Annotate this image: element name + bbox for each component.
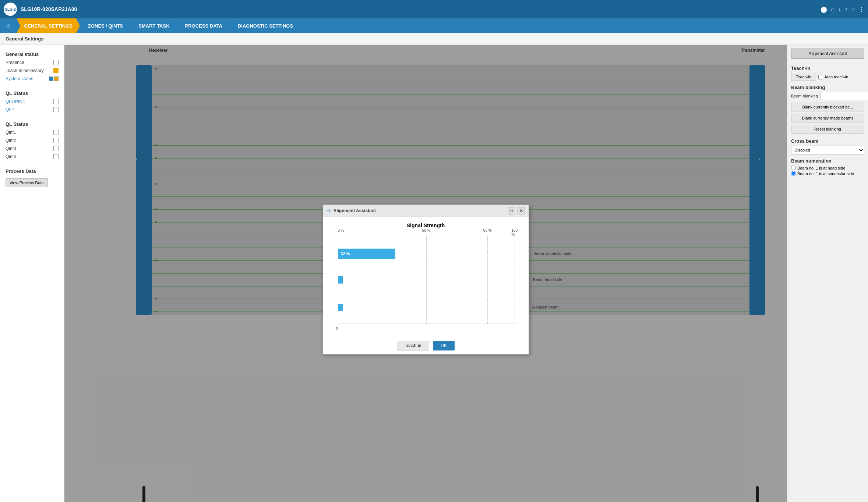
tab-process-data[interactable]: PROCESS DATA <box>178 18 230 33</box>
cross-beam-section-label: Cross beam <box>791 138 864 144</box>
radio-head-side: Beam no. 1 is at head side <box>791 165 864 170</box>
tab-zones-qints[interactable]: ZONES / QINTS <box>81 18 130 33</box>
head-bar <box>338 276 343 284</box>
beam-blanking-input[interactable] <box>820 92 868 100</box>
modal-footer: Teach-in OK <box>323 337 529 354</box>
beam-numeration-section-label: Beam numeration <box>791 158 864 164</box>
ql2-indicator <box>53 107 59 112</box>
user-icon[interactable]: ⬤ <box>821 6 827 13</box>
process-data-title: Process Data <box>0 165 64 175</box>
blank-made-button[interactable]: Blank currently made beams <box>791 114 864 122</box>
sidebar: General status Presence Teach-in necessa… <box>0 45 64 502</box>
general-status-title: General status <box>0 49 64 58</box>
viz-area: Receiver Transmitter 20◄19◄181716◄151413… <box>64 45 787 502</box>
divider-3 <box>0 163 64 163</box>
sidebar-ql1-pin4[interactable]: QL1/PIN4 <box>0 97 64 106</box>
status-ind-1 <box>49 76 53 81</box>
pct-100-label: 100 % <box>511 228 518 236</box>
teach-in-button[interactable]: Teach-in <box>791 73 816 81</box>
radio-connector-side: Beam no. 1 is at connector side <box>791 171 864 176</box>
presence-indicator <box>53 60 59 65</box>
chart-row-head: Beam head side <box>338 271 518 293</box>
beam-connector-radio[interactable] <box>791 171 796 176</box>
modal-ok-button[interactable]: OK <box>433 341 455 350</box>
sidebar-ql2[interactable]: QL2 <box>0 106 64 114</box>
home-icon2[interactable]: ⌂ <box>831 6 835 13</box>
teach-in-indicator <box>53 68 59 73</box>
cross-beam-select[interactable]: Disabled Enabled <box>791 146 864 154</box>
qint3-indicator <box>53 146 59 151</box>
page-title: General Settings <box>0 33 868 45</box>
ql1-indicator <box>53 99 59 104</box>
sidebar-qint3: Qint3 <box>0 145 64 153</box>
chart-row-connector: 32 % Beam connector side <box>338 243 518 265</box>
view-process-data-button[interactable]: View Process Data <box>6 178 48 187</box>
signal-strength-chart: 0 % 50 % 85 % 100 % 32 % <box>331 236 521 331</box>
connector-row-label: Beam connector side <box>533 251 571 256</box>
modal-body: Signal Strength 0 % 50 % 85 % 100 % <box>323 217 529 337</box>
beam-head-radio[interactable] <box>791 165 796 170</box>
tab-diagnostic-settings[interactable]: DIAGNOSTIC SETTINGS <box>230 18 300 33</box>
beam-blanking-label: Beam blanking <box>791 94 818 98</box>
home-button[interactable]: ⌂ <box>0 18 17 33</box>
connector-bar: 32 % <box>338 249 396 259</box>
tab-smart-task[interactable]: SMART TASK <box>131 18 177 33</box>
blank-blocked-button[interactable]: Blank currently blocked be... <box>791 103 864 111</box>
main-layout: General status Presence Teach-in necessa… <box>0 45 868 502</box>
dots-icon[interactable]: ⋮ <box>858 6 864 13</box>
sidebar-qint1: Qint1 <box>0 128 64 136</box>
tab-general-settings[interactable]: GENERAL SETTINGS <box>17 18 80 33</box>
ql-status-title-2: QL Status <box>0 118 64 128</box>
weakest-row-label: Weakest beam <box>532 305 558 309</box>
chart-title: Signal Strength <box>331 222 521 228</box>
app-logo: SLG-2 <box>4 3 17 16</box>
sidebar-presence: Presence <box>0 58 64 67</box>
chart-row-weakest: Weakest beam <box>338 298 518 320</box>
beam-blanking-section-label: Beam blanking <box>791 85 864 90</box>
sidebar-qint2: Qint2 <box>0 136 64 145</box>
connector-bar-label: 32 % <box>341 252 350 256</box>
qint4-indicator <box>53 154 59 159</box>
status-ind-2 <box>54 76 59 81</box>
pct-50-label: 50 % <box>422 228 430 232</box>
menu-icon[interactable]: ≡ <box>851 6 855 13</box>
teach-in-row: Teach-in Auto teach-in <box>791 73 864 81</box>
device-id: SLG10R-020SAR21A00 <box>21 6 817 12</box>
modal-maximize-button[interactable]: □ <box>508 207 515 214</box>
modal-close-button[interactable]: ✕ <box>518 207 525 214</box>
modal-header: ⊹ Alignment Assistant □ ✕ <box>323 205 529 217</box>
reset-blanking-button[interactable]: Reset blanking <box>791 125 864 133</box>
system-status-indicators <box>49 76 59 81</box>
beam-blanking-field-row: Beam blanking <box>791 92 864 100</box>
modal-teach-in-button[interactable]: Teach-in <box>397 341 429 350</box>
modal-controls: □ ✕ <box>508 207 525 214</box>
modal-overlay: ⊹ Alignment Assistant □ ✕ Signal Strengt… <box>64 45 787 502</box>
download-icon[interactable]: ↓ <box>838 6 841 13</box>
divider-1 <box>0 85 64 85</box>
pct-85-label: 85 % <box>483 228 492 232</box>
teach-in-section-label: Teach-in <box>791 65 864 71</box>
sidebar-qint4: Qint4 <box>0 153 64 161</box>
auto-teach-row: Auto teach-in <box>818 75 848 79</box>
pct-0-label: 0 % <box>338 228 344 232</box>
upload-icon[interactable]: ↑ <box>845 6 848 13</box>
nav-bar: ⌂ GENERAL SETTINGS ZONES / QINTS SMART T… <box>0 18 868 33</box>
divider-2 <box>0 116 64 116</box>
sidebar-system-status[interactable]: System status <box>0 75 64 83</box>
qint2-indicator <box>53 138 59 143</box>
chart-inner: 0 % 50 % 85 % 100 % 32 % <box>338 236 518 324</box>
modal-cursor-icon: ⊹ <box>327 208 331 214</box>
sidebar-teach-in: Teach-in necessary <box>0 67 64 75</box>
top-bar-icons: ⬤ ⌂ ↓ ↑ ≡ ⋮ <box>821 6 864 13</box>
top-bar: SLG-2 SLG10R-020SAR21A00 ⬤ ⌂ ↓ ↑ ≡ ⋮ <box>0 0 868 18</box>
qint1-indicator <box>53 130 59 135</box>
auto-teach-checkbox[interactable] <box>818 75 823 79</box>
head-row-label: Beam head side <box>533 277 562 282</box>
alignment-assistant-modal: ⊹ Alignment Assistant □ ✕ Signal Strengt… <box>323 204 529 355</box>
modal-header-title-area: ⊹ Alignment Assistant <box>327 208 376 214</box>
alignment-assistant-button[interactable]: Alignment Assistant <box>791 49 864 59</box>
ql-status-title-1: QL Status <box>0 88 64 97</box>
weakest-bar <box>338 304 343 311</box>
modal-title: Alignment Assistant <box>334 208 376 213</box>
zero-label: 0 <box>336 327 338 331</box>
